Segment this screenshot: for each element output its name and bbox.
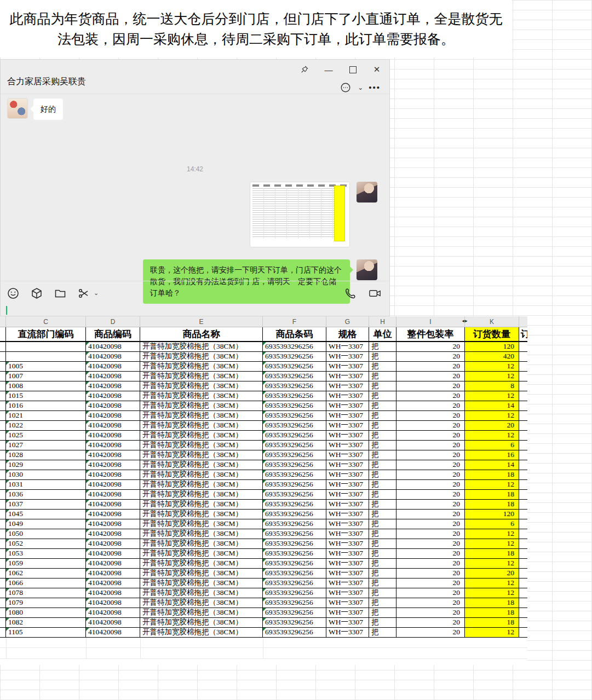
cell-barcode: 6935393296256 (263, 441, 326, 450)
chat-bubble-ellipsis-icon[interactable] (338, 80, 352, 94)
contact-avatar[interactable] (7, 98, 28, 119)
cell-item-name: 开普特加宽胶棉拖把（38CM） (140, 598, 263, 608)
cell-row-stub (0, 362, 6, 371)
cell-barcode: 6935393296256 (263, 391, 326, 401)
cell-row-stub (0, 372, 6, 381)
cell-spec: WH一3307 (326, 598, 369, 608)
screenshot-scissors-icon[interactable] (77, 286, 90, 300)
table-row: 1016 410420098 开普特加宽胶棉拖把（38CM） 693539329… (0, 401, 527, 411)
cell-order-qty: 12 (465, 362, 519, 371)
cell-order-qty: 6 (465, 441, 519, 450)
cell-unit: 把 (369, 549, 396, 558)
voice-call-icon[interactable] (343, 286, 357, 300)
cell-barcode: 6935393296256 (263, 401, 326, 410)
cell-item-code: 410420098 (86, 490, 140, 499)
table-row: 1105 410420098 开普特加宽胶棉拖把（38CM） 693539329… (0, 628, 527, 638)
spreadsheet-thumbnail-image[interactable] (250, 182, 350, 247)
cell-dept-code (6, 342, 86, 351)
cell-pack-rate: 20 (396, 441, 465, 450)
cell-row-stub (0, 618, 6, 627)
cell-spec: WH一3307 (326, 460, 369, 470)
cell-spec: WH一3307 (326, 362, 369, 371)
cell-next-partial (519, 519, 527, 529)
more-menu-button[interactable]: ••• (369, 83, 381, 92)
column-letter-F: F (263, 316, 326, 327)
cell-row-stub (0, 411, 6, 420)
cell-row-stub (0, 480, 6, 489)
cell-dept-code: 1021 (6, 411, 86, 420)
pin-icon[interactable] (296, 63, 313, 76)
cell-next-partial (519, 559, 527, 568)
header-next-partial: 订 (519, 327, 527, 341)
cell-next-partial (519, 391, 527, 401)
cell-unit: 把 (369, 441, 396, 450)
cell-item-code: 410420098 (86, 381, 140, 391)
message-input[interactable] (1, 305, 389, 316)
cell-spec: WH一3307 (326, 470, 369, 479)
cell-pack-rate: 20 (396, 460, 465, 470)
cell-item-code: 410420098 (86, 569, 140, 578)
cell-spec: WH一3307 (326, 480, 369, 489)
cell-barcode: 6935393296256 (263, 431, 326, 440)
table-header-row: 直流部门编码商品编码商品名称商品条码规格单位整件包装率订货数量订 (0, 327, 527, 342)
cell-dept-code: 1053 (6, 549, 86, 558)
cell-row-stub (0, 529, 6, 539)
cell-item-name: 开普特加宽胶棉拖把（38CM） (140, 608, 263, 617)
table-row: 1005 410420098 开普特加宽胶棉拖把（38CM） 693539329… (0, 362, 527, 372)
cell-pack-rate: 20 (396, 381, 465, 391)
header-item-name: 商品名称 (140, 327, 263, 341)
cell-unit: 把 (369, 431, 396, 440)
hidden-column-indicator-icon: ◂▸ (458, 318, 472, 323)
cell-pack-rate: 20 (396, 421, 465, 430)
cell-barcode: 6935393296256 (263, 539, 326, 548)
cell-item-name: 开普特加宽胶棉拖把（38CM） (140, 539, 263, 548)
cell-next-partial (519, 549, 527, 558)
table-row: 1053 410420098 开普特加宽胶棉拖把（38CM） 693539329… (0, 549, 527, 559)
cell-spec: WH一3307 (326, 569, 369, 578)
cell-spec: WH一3307 (326, 608, 369, 617)
cell-unit: 把 (369, 401, 396, 410)
video-call-icon[interactable] (368, 286, 382, 300)
received-message-bubble[interactable]: 好的 (33, 99, 63, 120)
self-avatar[interactable] (357, 182, 377, 203)
cell-barcode: 6935393296256 (263, 372, 326, 381)
cell-row-stub (0, 352, 6, 361)
emoji-icon[interactable] (6, 286, 20, 300)
cell-barcode: 6935393296256 (263, 470, 326, 479)
cell-barcode: 6935393296256 (263, 381, 326, 391)
cell-next-partial (519, 342, 527, 351)
file-transfer-cube-icon[interactable] (30, 286, 43, 300)
cell-pack-rate: 20 (396, 569, 465, 578)
cell-dept-code: 1031 (6, 480, 86, 489)
cell-item-name: 开普特加宽胶棉拖把（38CM） (140, 391, 263, 401)
folder-icon[interactable] (53, 286, 67, 300)
cell-row-stub (0, 470, 6, 479)
close-button[interactable]: ✕ (369, 63, 385, 76)
cell-unit: 把 (369, 450, 396, 460)
cell-item-name: 开普特加宽胶棉拖把（38CM） (140, 450, 263, 460)
cell-pack-rate: 20 (396, 352, 465, 361)
header-unit: 单位 (369, 327, 396, 341)
cell-next-partial (519, 421, 527, 430)
cell-row-stub (0, 381, 6, 391)
maximize-button[interactable] (344, 63, 361, 76)
cell-item-code: 410420098 (86, 608, 140, 617)
scissors-dropdown-chevron-icon[interactable]: ⌄ (94, 290, 99, 297)
header-order-qty: 订货数量 (465, 327, 519, 341)
cell-item-name: 开普特加宽胶棉拖把（38CM） (140, 578, 263, 588)
minimize-button[interactable]: — (320, 63, 337, 76)
cell-item-code: 410420098 (86, 460, 140, 470)
table-row: 1031 410420098 开普特加宽胶棉拖把（38CM） 693539329… (0, 480, 527, 490)
chat-toolbar: ⌄ (1, 281, 389, 305)
cell-unit: 把 (369, 362, 396, 371)
cell-item-name: 开普特加宽胶棉拖把（38CM） (140, 411, 263, 420)
text-cursor (6, 306, 7, 315)
chevron-down-icon[interactable]: ⌄ (358, 84, 363, 91)
header-barcode: 商品条码 (263, 327, 326, 341)
table-row: 1052 410420098 开普特加宽胶棉拖把（38CM） 693539329… (0, 539, 527, 549)
cell-barcode: 6935393296256 (263, 549, 326, 558)
self-avatar[interactable] (357, 259, 377, 280)
cell-pack-rate: 20 (396, 519, 465, 529)
header-stub (0, 327, 6, 341)
cell-pack-rate: 20 (396, 450, 465, 460)
